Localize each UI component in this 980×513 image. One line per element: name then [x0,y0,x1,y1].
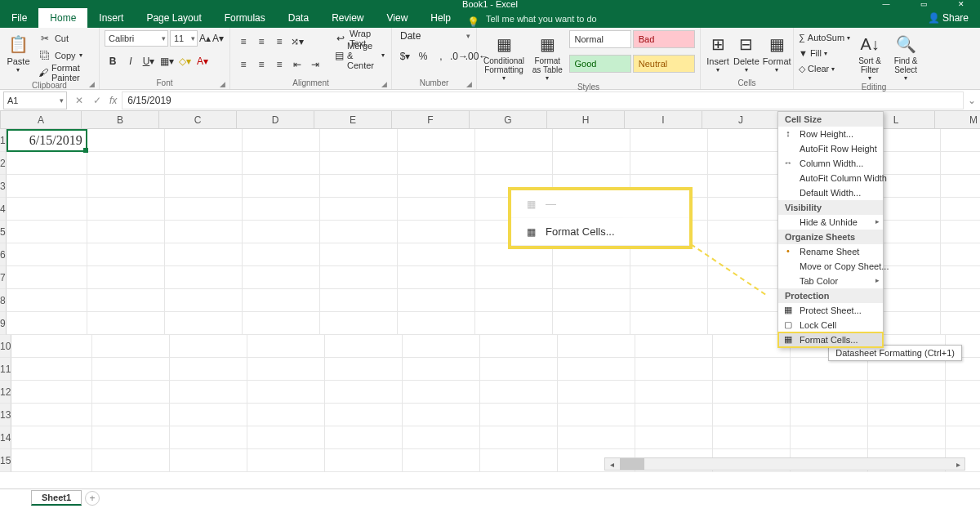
decrease-font-button[interactable]: A▾ [212,33,224,44]
autosum-button[interactable]: ∑AutoSum▾ [799,30,850,45]
cell[interactable] [170,426,247,449]
cell[interactable] [87,221,165,243]
col-header[interactable]: A [1,111,82,128]
cell[interactable] [165,175,243,198]
cell[interactable] [475,152,553,175]
cell[interactable] [868,381,946,404]
callout-format-cells[interactable]: ▦Format Cells... [511,218,689,246]
number-format-combo[interactable]: Date [397,30,472,42]
cell[interactable] [398,289,475,312]
merge-center-button[interactable]: ▤Merge & Center▾ [332,47,388,63]
cell[interactable] [165,152,243,175]
clear-button[interactable]: ◇Clear▾ [799,61,850,76]
cell[interactable] [708,221,786,243]
cell[interactable] [713,358,791,381]
cell[interactable] [7,312,87,335]
cell[interactable] [165,266,243,289]
tab-formulas[interactable]: Formulas [213,8,277,28]
fx-icon[interactable]: fx [109,95,117,106]
cell[interactable] [403,404,480,426]
scroll-left-icon[interactable]: ◂ [605,460,618,469]
menu-move-copy[interactable]: Move or Copy Sheet... [778,259,883,274]
sheet-tab[interactable]: Sheet1 [31,490,82,506]
row-header[interactable]: 5 [0,221,7,243]
cell[interactable] [243,175,320,198]
cell[interactable] [7,198,87,221]
row-header[interactable]: 2 [0,152,7,175]
col-header[interactable]: M [935,111,980,128]
cell[interactable] [708,175,786,198]
font-color-button[interactable]: A▾ [194,53,211,69]
cell[interactable] [7,221,87,243]
cell[interactable] [325,449,403,472]
cell[interactable] [165,243,243,266]
cell[interactable] [398,152,475,175]
cell[interactable] [475,129,553,152]
min-icon[interactable]: — [867,0,905,8]
cell[interactable] [92,335,170,358]
cell[interactable] [480,404,558,426]
tab-help[interactable]: Help [419,8,462,28]
increase-indent-button[interactable]: ⇥ [307,56,323,73]
cell[interactable] [243,129,320,152]
cell[interactable] [403,358,480,381]
cell[interactable] [247,335,325,358]
cell[interactable] [92,449,170,472]
cell[interactable] [941,221,980,243]
cell[interactable] [398,221,475,243]
cell[interactable] [480,358,558,381]
cell[interactable] [946,358,980,381]
col-header[interactable]: I [625,111,702,128]
cell[interactable] [403,426,480,449]
menu-autofit-row[interactable]: AutoFit Row Height [778,141,883,156]
cell[interactable] [713,404,791,426]
cell[interactable] [320,243,398,266]
cell[interactable] [243,243,320,266]
row-header[interactable]: 12 [0,381,11,404]
row-header[interactable]: 7 [0,266,7,289]
cell[interactable] [247,381,325,404]
cell[interactable] [553,129,630,152]
cell[interactable] [708,198,786,221]
cell[interactable] [635,335,713,358]
cut-button[interactable]: ✂Cut [35,30,94,46]
cell[interactable] [558,426,635,449]
cell[interactable] [553,266,630,289]
cell[interactable] [630,312,708,335]
col-header[interactable]: E [314,111,392,128]
align-right-button[interactable]: ≡ [271,56,287,73]
cell[interactable] [320,312,398,335]
cell[interactable] [941,198,980,221]
font-launcher[interactable]: ◢ [220,80,228,88]
cell[interactable] [553,312,630,335]
cell[interactable] [11,404,92,426]
row-header[interactable]: 13 [0,404,11,426]
menu-col-width[interactable]: ↔Column Width... [778,156,883,171]
menu-rename-sheet[interactable]: •Rename Sheet [778,244,883,259]
menu-default-width[interactable]: Default Width... [778,185,883,200]
cell[interactable] [708,152,786,175]
align-middle-button[interactable]: ≡ [253,33,270,50]
cell[interactable] [630,152,708,175]
cell[interactable] [7,243,87,266]
row-header[interactable]: 15 [0,449,11,472]
cell[interactable] [398,198,475,221]
orientation-button[interactable]: ⤮▾ [289,33,305,50]
tab-review[interactable]: Review [320,8,375,28]
cell[interactable] [946,404,980,426]
cell[interactable] [243,221,320,243]
cell[interactable] [165,289,243,312]
cell[interactable] [92,404,170,426]
copy-button[interactable]: ⿻Copy▾ [35,47,94,63]
cell[interactable] [475,312,553,335]
cell[interactable] [165,312,243,335]
row-header[interactable]: 9 [0,312,7,335]
cell[interactable] [475,266,553,289]
cell[interactable] [320,152,398,175]
cell[interactable] [630,129,708,152]
align-left-button[interactable]: ≡ [235,56,252,73]
scroll-right-icon[interactable]: ▸ [951,460,964,469]
cell[interactable] [170,381,247,404]
cell[interactable] [946,381,980,404]
expand-formula-icon[interactable]: ⌄ [964,95,980,106]
